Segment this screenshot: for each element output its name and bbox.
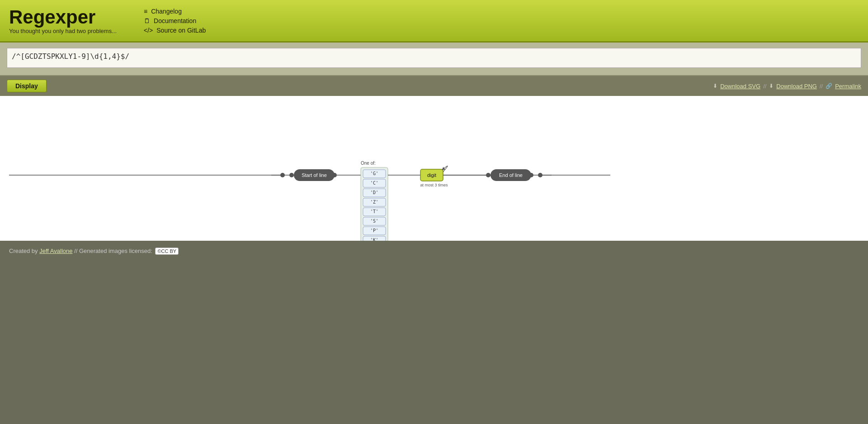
download-svg-icon: ⬇: [713, 83, 717, 89]
start-terminal-right: [332, 173, 337, 177]
char-Z-text: 'Z': [370, 200, 378, 205]
nav-changelog-label: Changelog: [151, 8, 182, 15]
download-svg-link[interactable]: Download SVG: [720, 83, 760, 90]
nav: ≡ Changelog 🗒 Documentation </> Source o…: [144, 8, 206, 34]
cc-icon: ©: [157, 248, 161, 254]
nav-source[interactable]: </> Source on GitLab: [144, 27, 206, 34]
app-title: Regexper: [9, 7, 117, 28]
char-C-text: 'C': [370, 181, 378, 186]
source-icon: </>: [144, 27, 153, 34]
created-by-text: Created by: [9, 248, 38, 254]
input-area: [0, 43, 868, 76]
char-D-text: 'D': [370, 190, 378, 195]
author-link[interactable]: Jeff Avallone: [39, 248, 72, 254]
char-P-text: 'P': [370, 228, 378, 233]
toolbar: Display ⬇ Download SVG // ⬇ Download PNG…: [0, 76, 868, 96]
permalink-icon: 🔗: [826, 83, 832, 89]
start-terminal-left: [289, 173, 294, 177]
header: Regexper You thought you only had two pr…: [0, 0, 868, 43]
download-png-icon: ⬇: [769, 83, 774, 89]
char-G-text: 'G': [370, 171, 378, 176]
sep2: //: [820, 83, 823, 90]
char-K-text: 'K': [370, 238, 378, 241]
cc-label: CC BY: [161, 248, 177, 254]
end-terminal-left: [486, 173, 491, 177]
char-S-text: 'S': [370, 219, 378, 224]
toolbar-links: ⬇ Download SVG // ⬇ Download PNG // 🔗 Pe…: [713, 83, 861, 90]
end-terminal-right: [529, 173, 533, 177]
footer-sep: //: [74, 248, 79, 254]
download-png-link[interactable]: Download PNG: [776, 83, 817, 90]
display-button[interactable]: Display: [7, 80, 47, 92]
app-subtitle: You thought you only had two problems...: [9, 28, 117, 34]
license-text: Generated images licensed:: [79, 248, 152, 254]
digit-label: digit: [427, 172, 436, 178]
brand: Regexper You thought you only had two pr…: [9, 7, 117, 34]
nav-source-label: Source on GitLab: [156, 27, 206, 34]
footer: Created by Jeff Avallone // Generated im…: [0, 241, 868, 262]
at-most-label: at most 3 times: [420, 183, 448, 187]
nav-changelog[interactable]: ≡ Changelog: [144, 8, 206, 15]
one-of-label: One of:: [361, 161, 376, 166]
char-T-text: 'T': [370, 209, 378, 214]
regex-input[interactable]: [7, 48, 861, 68]
changelog-icon: ≡: [144, 8, 147, 15]
sep1: //: [763, 83, 766, 90]
cc-badge: © CC BY: [155, 248, 179, 255]
documentation-icon: 🗒: [144, 17, 150, 24]
nav-documentation-label: Documentation: [154, 17, 196, 24]
end-of-line-label: End of line: [499, 172, 523, 178]
start-of-line-label: Start of line: [302, 172, 327, 178]
diagram-svg: Start of line One of: 'G' 'C' 'D' 'Z' 'T…: [0, 96, 868, 241]
nav-documentation[interactable]: 🗒 Documentation: [144, 17, 206, 24]
permalink-link[interactable]: Permalink: [835, 83, 861, 90]
diagram-area: Start of line One of: 'G' 'C' 'D' 'Z' 'T…: [0, 96, 868, 241]
